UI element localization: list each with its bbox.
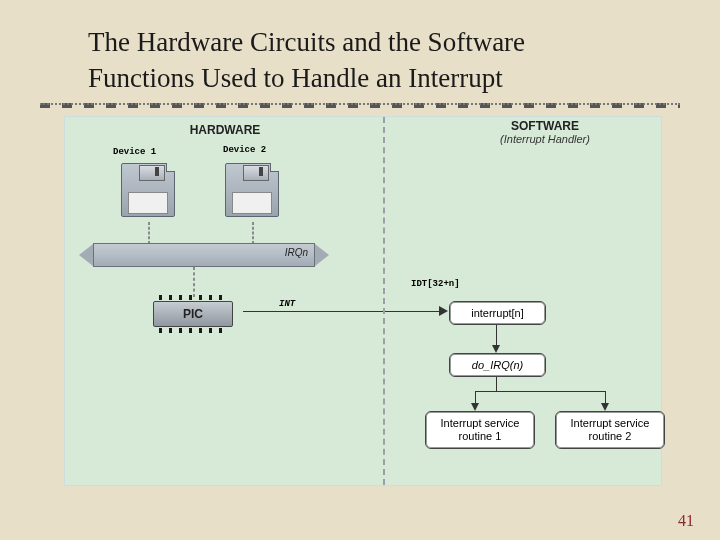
hardware-header: HARDWARE: [95, 123, 355, 137]
isr1-line2: routine 1: [459, 430, 502, 442]
isr-2-box: Interrupt service routine 2: [555, 411, 665, 449]
isr-1-box: Interrupt service routine 1: [425, 411, 535, 449]
int-label: INT: [279, 299, 295, 309]
arrow-down-1-icon: [492, 345, 500, 353]
irq-arrow-left-icon: [79, 244, 93, 266]
slide: The Hardware Circuits and the Software F…: [0, 0, 720, 540]
isr1-line1: Interrupt service: [441, 417, 520, 429]
software-subheader: (Interrupt Handler): [425, 133, 665, 145]
software-header-block: SOFTWARE (Interrupt Handler): [425, 119, 665, 145]
slide-title: The Hardware Circuits and the Software F…: [88, 24, 670, 97]
conn-dev1-irq: [148, 222, 150, 244]
conn-doirq-split: [496, 377, 497, 391]
title-line-1: The Hardware Circuits and the Software: [88, 27, 525, 57]
irq-arrow-right-icon: [315, 244, 329, 266]
software-header: SOFTWARE: [425, 119, 665, 133]
do-irq-box: do_IRQ(n): [449, 353, 546, 377]
divider-rule: [40, 103, 680, 108]
conn-irq-pic: [193, 267, 195, 297]
irq-bus: IRQn: [79, 243, 329, 267]
device-2-label: Device 2: [223, 145, 266, 155]
int-arrowhead-icon: [439, 306, 448, 316]
pic-label: PIC: [183, 307, 203, 321]
arrow-isr1-icon: [471, 403, 479, 411]
title-line-2: Functions Used to Handle an Interrupt: [88, 63, 503, 93]
device-1-icon: [121, 163, 175, 217]
isr2-line2: routine 2: [589, 430, 632, 442]
arrow-isr2-icon: [601, 403, 609, 411]
diagram-canvas: HARDWARE SOFTWARE (Interrupt Handler) De…: [64, 116, 662, 486]
conn-interrupt-doirq: [496, 325, 497, 347]
interrupt-n-text: interrupt[n]: [471, 307, 524, 319]
branch-h: [475, 391, 605, 392]
irqn-label: IRQn: [285, 247, 308, 258]
device-2-icon: [225, 163, 279, 217]
isr2-line1: Interrupt service: [571, 417, 650, 429]
do-irq-text: do_IRQ(n): [472, 359, 523, 371]
int-line: [243, 311, 443, 312]
conn-dev2-irq: [252, 222, 254, 244]
slide-number: 41: [678, 512, 694, 530]
device-1-label: Device 1: [113, 147, 156, 157]
interrupt-n-box: interrupt[n]: [449, 301, 546, 325]
hw-sw-divider: [383, 117, 385, 485]
pic-chip: PIC: [145, 295, 241, 333]
idt-label: IDT[32+n]: [411, 279, 460, 289]
